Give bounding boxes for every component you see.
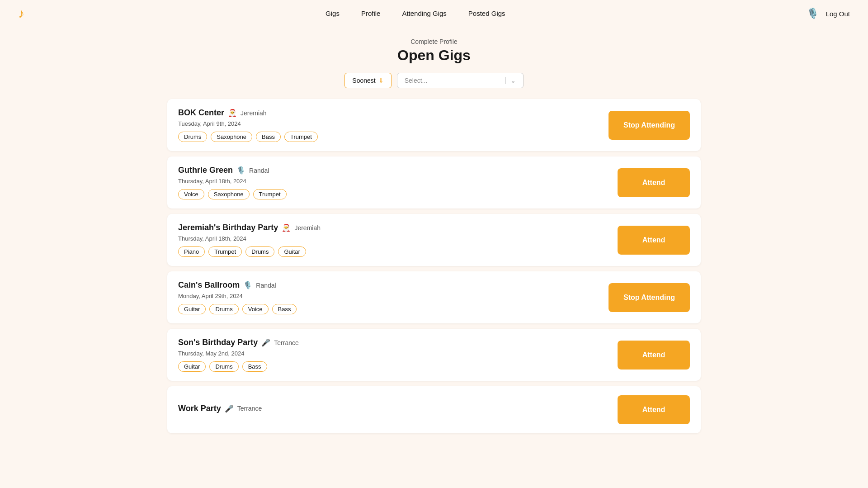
gig-card: Cain's Ballroom 🎙️ Randal Monday, April …: [167, 271, 701, 323]
gig-host-name: Randal: [249, 167, 269, 174]
gig-tag: Drums: [209, 304, 238, 314]
attend-button[interactable]: Attend: [618, 168, 690, 197]
gig-tag: Voice: [178, 189, 204, 199]
gig-tags: GuitarDrumsBass: [178, 361, 618, 372]
gig-title: BOK Center: [178, 108, 224, 118]
gig-tag: Trumpet: [253, 189, 287, 199]
nav-link-attending-gigs[interactable]: Attending Gigs: [402, 9, 446, 18]
nav-link-gigs[interactable]: Gigs: [326, 9, 340, 18]
gig-tag: Guitar: [278, 246, 306, 257]
nav-link-profile[interactable]: Profile: [361, 9, 381, 18]
gig-list: BOK Center 🎅 Jeremiah Tuesday, April 9th…: [140, 99, 728, 433]
gig-info: Cain's Ballroom 🎙️ Randal Monday, April …: [178, 280, 609, 314]
select-placeholder: Select...: [405, 77, 428, 84]
gig-card: Son's Birthday Party 🎤 Terrance Thursday…: [167, 329, 701, 381]
gig-card: Guthrie Green 🎙️ Randal Thursday, April …: [167, 156, 701, 208]
host-avatar-icon: 🎙️: [236, 166, 245, 175]
gig-tag: Bass: [272, 304, 297, 314]
instrument-filter-dropdown[interactable]: Select... ⌄: [397, 73, 524, 88]
gig-tag: Saxophone: [211, 132, 252, 142]
gig-tag: Voice: [242, 304, 269, 314]
attend-button[interactable]: Attend: [618, 395, 690, 424]
gig-host-name: Randal: [256, 282, 276, 289]
music-note-icon: ♪: [18, 6, 24, 20]
host-avatar-icon: 🎅: [282, 223, 291, 232]
gig-date: Thursday, April 18th, 2024: [178, 178, 618, 185]
gig-info: Work Party 🎤 Terrance: [178, 404, 618, 416]
gig-tag: Drums: [245, 246, 274, 257]
gig-date: Thursday, April 18th, 2024: [178, 235, 618, 242]
gig-host-name: Jeremiah: [294, 224, 321, 232]
attend-button[interactable]: Attend: [618, 226, 690, 255]
gig-title-row: BOK Center 🎅 Jeremiah: [178, 108, 609, 118]
gig-tag: Bass: [256, 132, 281, 142]
gig-title-row: Son's Birthday Party 🎤 Terrance: [178, 338, 618, 347]
attend-button[interactable]: Attend: [618, 341, 690, 370]
gig-host-name: Terrance: [237, 405, 262, 412]
gig-tags: VoiceSaxophoneTrumpet: [178, 189, 618, 199]
gig-card: BOK Center 🎅 Jeremiah Tuesday, April 9th…: [167, 99, 701, 151]
user-avatar-icon: 🎙️: [807, 8, 819, 19]
chevron-down-icon: ⌄: [505, 77, 516, 84]
navbar-right: 🎙️ Log Out: [807, 8, 850, 19]
gig-host-name: Terrance: [274, 339, 298, 346]
gig-title: Work Party: [178, 404, 221, 413]
gig-title-row: Work Party 🎤 Terrance: [178, 404, 618, 413]
gig-title-row: Jeremiah's Birthday Party 🎅 Jeremiah: [178, 223, 618, 232]
host-avatar-icon: 🎙️: [243, 281, 252, 289]
app-logo: ♪: [18, 6, 24, 21]
gig-info: Guthrie Green 🎙️ Randal Thursday, April …: [178, 166, 618, 199]
sort-button[interactable]: Soonest ⇓: [344, 73, 391, 88]
gig-info: BOK Center 🎅 Jeremiah Tuesday, April 9th…: [178, 108, 609, 142]
gig-card: Jeremiah's Birthday Party 🎅 Jeremiah Thu…: [167, 214, 701, 266]
gig-title: Son's Birthday Party: [178, 338, 258, 347]
stop-attending-button[interactable]: Stop Attending: [609, 283, 690, 312]
gig-tag: Guitar: [178, 361, 206, 372]
gig-tag: Piano: [178, 246, 205, 257]
gig-tag: Saxophone: [208, 189, 250, 199]
gig-title-row: Guthrie Green 🎙️ Randal: [178, 166, 618, 175]
gig-title: Cain's Ballroom: [178, 280, 240, 290]
sort-arrow-icon: ⇓: [378, 77, 384, 84]
gig-tag: Bass: [242, 361, 267, 372]
page-header: Complete Profile Open Gigs: [0, 38, 868, 64]
filters-bar: Soonest ⇓ Select... ⌄: [0, 73, 868, 88]
gig-tags: DrumsSaxophoneBassTrumpet: [178, 132, 609, 142]
gig-tag: Drums: [209, 361, 238, 372]
gig-tag: Drums: [178, 132, 207, 142]
gig-card: Work Party 🎤 Terrance Attend: [167, 386, 701, 433]
gig-title: Jeremiah's Birthday Party: [178, 223, 278, 232]
gig-tag: Trumpet: [208, 246, 242, 257]
host-avatar-icon: 🎤: [261, 338, 270, 347]
gig-date: Tuesday, April 9th, 2024: [178, 120, 609, 127]
host-avatar-icon: 🎅: [228, 109, 237, 117]
gig-title-row: Cain's Ballroom 🎙️ Randal: [178, 280, 609, 290]
complete-profile-label: Complete Profile: [0, 38, 868, 45]
host-avatar-icon: 🎤: [225, 404, 234, 413]
gig-date: Thursday, May 2nd, 2024: [178, 350, 618, 357]
sort-label: Soonest: [352, 77, 375, 84]
gig-tag: Guitar: [178, 304, 206, 314]
stop-attending-button[interactable]: Stop Attending: [609, 111, 690, 140]
gig-tags: GuitarDrumsVoiceBass: [178, 304, 609, 314]
gig-info: Son's Birthday Party 🎤 Terrance Thursday…: [178, 338, 618, 372]
nav-link-posted-gigs[interactable]: Posted Gigs: [468, 9, 505, 18]
gig-tags: PianoTrumpetDrumsGuitar: [178, 246, 618, 257]
gig-date: Monday, April 29th, 2024: [178, 293, 609, 299]
gig-title: Guthrie Green: [178, 166, 233, 175]
gig-info: Jeremiah's Birthday Party 🎅 Jeremiah Thu…: [178, 223, 618, 257]
navbar: ♪ GigsProfileAttending GigsPosted Gigs 🎙…: [0, 0, 868, 27]
gig-tag: Trumpet: [284, 132, 318, 142]
gig-host-name: Jeremiah: [241, 109, 267, 117]
page-title: Open Gigs: [0, 47, 868, 64]
nav-links: GigsProfileAttending GigsPosted Gigs: [326, 9, 505, 18]
logout-button[interactable]: Log Out: [826, 10, 850, 18]
